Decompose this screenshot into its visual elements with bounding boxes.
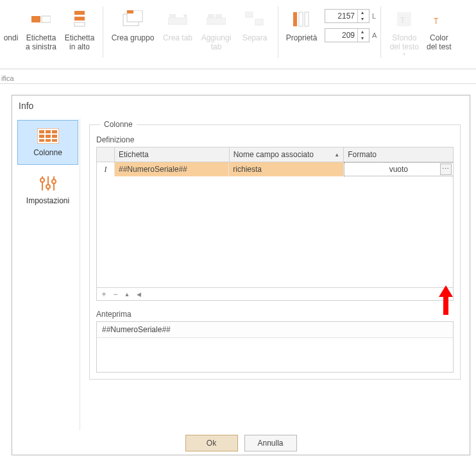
svg-text:T: T [434,17,439,26]
svg-rect-18 [305,12,309,26]
text-color-icon: T [430,8,447,31]
properties-icon [293,8,310,31]
columns-fieldset: Colonne Definizione Etichetta Nome campo… [89,120,461,380]
spin-up-icon[interactable]: ▲ [358,29,367,35]
svg-point-37 [52,180,56,183]
tab-columns-label: Colonne [33,148,62,157]
dialog-title: Info [12,96,470,116]
label-left-button[interactable]: Etichetta a sinistra [22,5,60,51]
spin-down-icon[interactable]: ▼ [358,35,367,42]
separate-icon [245,8,264,31]
svg-rect-25 [52,130,57,133]
grid-footer: + − ▲ ◀ ▶ [97,287,453,300]
svg-rect-26 [39,135,44,138]
columns-icon [37,128,59,146]
add-row-button[interactable]: + [99,290,108,299]
svg-rect-28 [52,135,57,138]
ribbon: ondi Etichetta a sinistra Etichetta in a… [0,0,476,69]
text-color-button[interactable]: T Color del test [423,5,454,51]
svg-rect-27 [46,135,51,138]
svg-point-36 [46,185,50,189]
cell-format[interactable]: vuoto ⋯ [344,162,453,176]
spin-down-icon[interactable]: ▼ [358,16,367,22]
sort-asc-icon: ▲ [334,152,339,158]
width-spinbox[interactable]: ▲▼ [325,9,370,23]
grid-col-marker [97,147,115,162]
grid-col-field[interactable]: Nome campo associato▲ [230,147,344,162]
svg-rect-17 [299,12,303,26]
svg-rect-7 [127,10,133,13]
format-browse-button[interactable]: ⋯ [440,164,452,175]
svg-rect-16 [293,12,297,26]
add-tab-icon [207,8,226,31]
svg-rect-11 [207,18,226,24]
height-input[interactable] [325,31,357,40]
grid-col-label[interactable]: Etichetta [115,147,230,162]
tab-settings-label: Impostazioni [26,196,69,205]
move-up-button[interactable]: ▲ [123,291,132,298]
hide-button-partial[interactable]: ondi [0,5,22,42]
row-marker: I [97,162,115,176]
svg-rect-15 [255,19,263,25]
add-tab-button: Aggiungi tab [197,5,235,51]
remove-row-button[interactable]: − [111,290,120,299]
svg-rect-31 [52,139,57,142]
height-spinbox[interactable]: ▲▼ [325,28,370,42]
scroll-left-button[interactable]: ◀ [134,291,143,298]
preview-header: ##NumeroSeriale## [97,322,453,338]
svg-rect-3 [74,17,85,21]
info-dialog: Info Colonne Impostazioni Colonne Defini… [12,95,470,455]
svg-rect-4 [74,22,85,26]
table-row[interactable]: I ##NumeroSeriale## richiesta vuoto ⋯ [97,162,453,176]
label-left-icon [31,8,51,31]
side-tabs: Colonne Impostazioni [16,119,80,430]
cell-format-value: vuoto [389,165,408,174]
svg-rect-24 [46,130,51,133]
separate-button: Separa [235,5,274,42]
preview-label: Anteprima [96,310,454,319]
create-tab-icon: ✦ [168,8,187,31]
svg-text:T: T [400,16,405,25]
definition-grid: Etichetta Nome campo associato▲ Formato … [96,147,454,301]
spin-up-icon[interactable]: ▲ [358,10,367,16]
unit-a: A [372,31,377,39]
create-group-icon [122,8,144,31]
svg-rect-12 [208,14,214,18]
ok-button[interactable]: Ok [185,435,238,451]
svg-rect-2 [74,11,85,15]
svg-rect-29 [39,139,44,142]
create-group-button[interactable]: Crea gruppo [107,5,158,42]
label-top-button[interactable]: Etichetta in alto [60,5,99,51]
svg-rect-14 [245,12,253,17]
svg-rect-23 [39,130,44,133]
scroll-right-button[interactable]: ▶ [441,291,450,298]
properties-button[interactable]: Proprietà [282,5,321,42]
cell-field[interactable]: richiesta [229,162,343,176]
svg-point-35 [40,178,44,182]
tab-settings[interactable]: Impostazioni [17,167,78,212]
sliders-icon [38,175,58,194]
svg-rect-9 [169,14,176,18]
ribbon-group-caption: ifica [1,74,14,82]
unit-l: L [372,12,376,20]
width-input[interactable] [325,12,357,21]
svg-rect-1 [42,16,51,22]
svg-rect-30 [46,139,51,142]
preview-box: ##NumeroSeriale## [96,321,454,373]
text-background-icon: T [396,8,412,31]
label-top-icon [73,8,86,31]
svg-rect-13 [216,14,222,18]
definition-label: Definizione [96,135,454,144]
cell-label[interactable]: ##NumeroSeriale## [115,162,229,176]
cancel-button[interactable]: Annulla [244,435,297,451]
create-tab-button: ✦ Crea tab [158,5,197,42]
size-spinners: ▲▼ L ▲▼ A [325,5,377,42]
columns-legend: Colonne [100,120,137,129]
svg-rect-0 [31,16,40,22]
grid-col-format[interactable]: Formato [344,147,453,162]
svg-text:✦: ✦ [182,13,187,21]
text-background-button: T Sfondo del testo ▾ [385,5,423,57]
tab-columns[interactable]: Colonne [17,120,78,165]
